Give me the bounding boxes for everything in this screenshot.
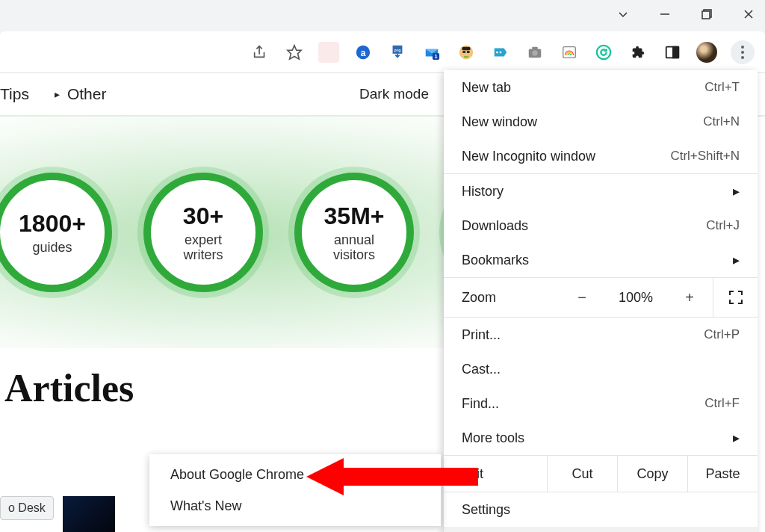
chevron-right-icon: ▸ — [733, 430, 740, 446]
extension-grammarly-icon[interactable] — [593, 42, 614, 63]
menu-more-tools[interactable]: More tools▸ — [444, 421, 758, 455]
maximize-button[interactable] — [696, 4, 717, 25]
stat-label: expert writers — [184, 233, 223, 263]
chevron-right-icon: ▸ — [733, 252, 740, 268]
zoom-in-button[interactable]: + — [676, 289, 703, 306]
desk-tag[interactable]: o Desk — [0, 496, 54, 520]
extension-mail-icon[interactable]: 1 — [421, 42, 442, 63]
stat-value: 35M+ — [324, 202, 385, 230]
caret-icon: ▸ — [55, 88, 60, 100]
annotation-arrow — [306, 454, 478, 499]
extension-rainbow-icon[interactable] — [559, 42, 580, 63]
menu-incognito[interactable]: New Incognito windowCtrl+Shift+N — [444, 139, 758, 173]
stat-circle: 1800+ guides — [0, 173, 112, 292]
extension-camera-icon[interactable] — [524, 42, 545, 63]
menu-downloads[interactable]: DownloadsCtrl+J — [444, 208, 758, 243]
star-icon[interactable] — [284, 42, 305, 63]
fullscreen-button[interactable] — [713, 278, 758, 317]
extension-png-icon[interactable]: png — [387, 42, 408, 63]
chevron-right-icon: ▸ — [733, 183, 740, 200]
menu-edit-row: Edit Cut Copy Paste — [444, 456, 758, 492]
nav-other[interactable]: ▸Other — [55, 85, 107, 103]
extensions-puzzle-icon[interactable] — [628, 42, 648, 63]
menu-copy[interactable]: Copy — [617, 456, 687, 492]
stat-value: 30+ — [183, 202, 223, 230]
chrome-menu: New tabCtrl+T New windowCtrl+N New Incog… — [444, 70, 758, 532]
chrome-menu-button[interactable] — [731, 40, 755, 64]
profile-avatar[interactable] — [696, 42, 717, 63]
nav-tips[interactable]: Tips — [0, 85, 29, 103]
stat-circle: 35M+ annual visitors — [294, 173, 414, 292]
nav-tips-label: Tips — [0, 85, 29, 103]
menu-cut[interactable]: Cut — [547, 456, 617, 492]
menu-zoom: Zoom − 100% + — [444, 278, 758, 317]
extension-a-icon[interactable]: a — [353, 42, 374, 63]
svg-point-16 — [496, 51, 498, 53]
menu-paste[interactable]: Paste — [687, 456, 758, 492]
dark-mode-toggle[interactable]: Dark mode — [359, 86, 429, 102]
stat-label: annual visitors — [333, 233, 375, 263]
minimize-button[interactable] — [654, 4, 675, 25]
extension-blank-icon[interactable] — [318, 42, 339, 63]
nav-other-label: Other — [67, 85, 107, 103]
svg-point-17 — [500, 51, 502, 53]
svg-rect-19 — [532, 46, 537, 49]
svg-point-22 — [597, 45, 610, 58]
svg-marker-25 — [306, 458, 478, 495]
menu-help[interactable]: Help▸ — [444, 527, 758, 532]
browser-toolbar: a png 1 — [0, 31, 765, 73]
svg-rect-15 — [467, 51, 470, 53]
svg-text:1: 1 — [434, 53, 437, 60]
caret-down-icon[interactable] — [613, 4, 634, 25]
close-button[interactable] — [738, 4, 759, 25]
svg-rect-13 — [462, 46, 471, 50]
stat-value: 1800+ — [19, 210, 86, 238]
svg-point-20 — [532, 50, 537, 55]
menu-new-tab[interactable]: New tabCtrl+T — [444, 70, 758, 105]
svg-text:a: a — [361, 47, 366, 58]
window-titlebar — [0, 0, 765, 28]
svg-rect-14 — [462, 51, 465, 53]
article-thumbnail[interactable] — [63, 496, 115, 532]
menu-print[interactable]: Print...Ctrl+P — [444, 318, 758, 352]
stat-circle: 30+ expert writers — [143, 173, 263, 292]
article-tile-row: o Desk — [0, 496, 115, 532]
zoom-out-button[interactable]: − — [569, 289, 595, 306]
svg-text:png: png — [394, 48, 400, 52]
sidepanel-icon[interactable] — [662, 42, 683, 63]
extension-face-icon[interactable] — [456, 42, 477, 63]
menu-settings[interactable]: Settings — [444, 492, 758, 527]
menu-new-window[interactable]: New windowCtrl+N — [444, 105, 758, 139]
stat-label: guides — [32, 241, 72, 256]
menu-cast[interactable]: Cast... — [444, 352, 758, 386]
svg-rect-24 — [673, 46, 678, 58]
share-icon[interactable] — [250, 42, 270, 63]
menu-find[interactable]: Find...Ctrl+F — [444, 386, 758, 421]
extension-tag-icon[interactable] — [490, 42, 511, 63]
svg-rect-2 — [702, 11, 710, 19]
svg-marker-5 — [288, 45, 301, 58]
menu-history[interactable]: History▸ — [444, 174, 758, 208]
menu-bookmarks[interactable]: Bookmarks▸ — [444, 243, 758, 277]
zoom-value: 100% — [615, 290, 657, 306]
